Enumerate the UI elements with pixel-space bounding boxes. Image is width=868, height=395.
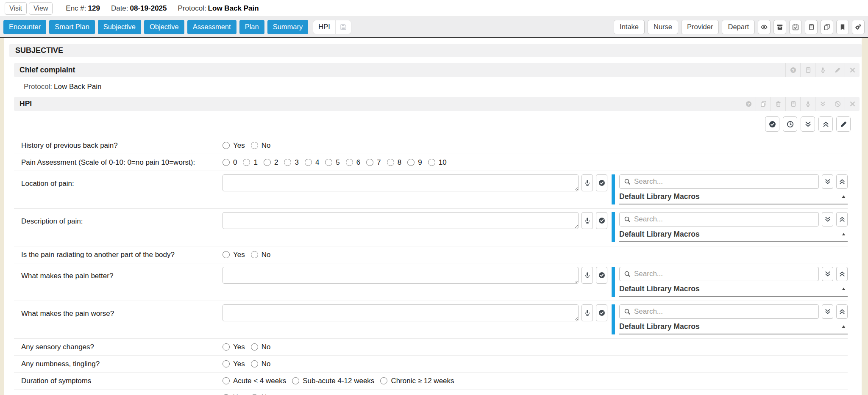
radio-option[interactable]: Yes: [223, 343, 245, 351]
radio-button[interactable]: [251, 251, 258, 258]
radio-option[interactable]: 3: [284, 158, 298, 167]
radio-option[interactable]: 5: [325, 158, 339, 167]
microphone-icon[interactable]: [581, 212, 593, 229]
radio-button[interactable]: [284, 159, 291, 166]
radio-button[interactable]: [243, 159, 250, 166]
radio-button[interactable]: [366, 159, 373, 166]
answer-textarea[interactable]: [223, 174, 579, 191]
view-button[interactable]: View: [29, 2, 53, 15]
bookmark-icon[interactable]: [836, 20, 849, 34]
radio-button[interactable]: [346, 159, 353, 166]
radio-option[interactable]: 7: [366, 158, 381, 167]
answer-textarea[interactable]: [223, 267, 579, 284]
answer-textarea[interactable]: [223, 304, 579, 321]
radio-option[interactable]: Acute < 4 weeks: [223, 377, 286, 385]
pencil-icon[interactable]: [830, 63, 845, 77]
expand-all-icon[interactable]: [822, 304, 833, 319]
edit-icon[interactable]: [836, 116, 851, 132]
check-circle-icon[interactable]: [596, 212, 607, 229]
radio-button[interactable]: [387, 159, 394, 166]
answer-textarea[interactable]: [223, 212, 579, 229]
collapse-icon[interactable]: [815, 97, 830, 111]
gears-icon[interactable]: [852, 20, 865, 34]
stage-button[interactable]: Provider: [681, 20, 719, 34]
microphone-icon[interactable]: [581, 174, 593, 191]
radio-button[interactable]: [223, 142, 230, 149]
expand-all-icon[interactable]: [822, 267, 833, 281]
macro-search-input[interactable]: [634, 177, 814, 186]
radio-button[interactable]: [292, 377, 299, 384]
visit-button[interactable]: Visit: [5, 2, 27, 15]
book-icon[interactable]: [805, 20, 818, 34]
microphone-icon[interactable]: [581, 267, 593, 284]
macro-search-input[interactable]: [634, 215, 814, 224]
radio-option[interactable]: 9: [407, 158, 422, 167]
radio-option[interactable]: No: [251, 141, 271, 150]
copy-icon[interactable]: [821, 20, 833, 34]
nav-button[interactable]: Plan: [239, 20, 264, 34]
radio-option[interactable]: Chronic ≥ 12 weeks: [380, 377, 454, 385]
radio-option[interactable]: No: [251, 393, 271, 395]
expand-all-icon[interactable]: [801, 116, 815, 132]
macro-search-box[interactable]: [619, 267, 819, 281]
collapse-all-icon[interactable]: [836, 174, 848, 189]
radio-option[interactable]: No: [251, 360, 271, 368]
macro-library-header[interactable]: Default Library Macros: [619, 284, 848, 297]
radio-option[interactable]: Yes: [223, 141, 245, 150]
active-tab-hpi[interactable]: HPI: [313, 20, 351, 34]
macro-library-header[interactable]: Default Library Macros: [619, 321, 848, 334]
collapse-all-icon[interactable]: [818, 116, 833, 132]
radio-button[interactable]: [223, 159, 230, 166]
radio-button[interactable]: [223, 343, 230, 351]
close-icon[interactable]: [845, 97, 860, 111]
check-circle-icon[interactable]: [596, 174, 607, 191]
calendar-check-icon[interactable]: [789, 20, 802, 34]
radio-button[interactable]: [251, 343, 258, 351]
clock-icon[interactable]: [783, 116, 797, 132]
nav-button[interactable]: Summary: [267, 20, 309, 34]
expand-all-icon[interactable]: [822, 212, 833, 227]
radio-button[interactable]: [223, 360, 230, 367]
radio-option[interactable]: 4: [305, 158, 319, 167]
ban-icon[interactable]: [830, 97, 845, 111]
stage-button[interactable]: Nurse: [648, 20, 678, 34]
radio-button[interactable]: [407, 159, 415, 166]
nav-button[interactable]: Encounter: [3, 20, 46, 34]
stage-button[interactable]: Depart: [722, 20, 755, 34]
stage-button[interactable]: Intake: [614, 20, 645, 34]
microphone-icon[interactable]: [581, 304, 593, 321]
trash-icon[interactable]: [771, 97, 785, 111]
macro-search-input[interactable]: [634, 270, 814, 278]
nav-button[interactable]: Objective: [144, 20, 184, 34]
radio-button[interactable]: [251, 142, 258, 149]
macro-search-input[interactable]: [634, 307, 814, 316]
book-icon[interactable]: [800, 63, 815, 77]
check-circle-icon[interactable]: [596, 304, 607, 321]
radio-option[interactable]: Yes: [223, 393, 245, 395]
radio-button[interactable]: [223, 377, 230, 384]
check-circle-icon[interactable]: [596, 267, 607, 284]
collapse-all-icon[interactable]: [836, 212, 848, 227]
macro-library-header[interactable]: Default Library Macros: [619, 191, 848, 204]
radio-button[interactable]: [264, 159, 271, 166]
radio-option[interactable]: 1: [243, 158, 257, 167]
radio-option[interactable]: 0: [223, 158, 237, 167]
radio-button[interactable]: [305, 159, 312, 166]
radio-option[interactable]: Yes: [223, 251, 245, 259]
radio-button[interactable]: [380, 377, 387, 384]
nav-button[interactable]: Subjective: [98, 20, 141, 34]
radio-button[interactable]: [251, 360, 258, 367]
book-icon[interactable]: [785, 97, 800, 111]
radio-option[interactable]: No: [251, 343, 271, 351]
radio-button[interactable]: [325, 159, 332, 166]
radio-button[interactable]: [223, 251, 230, 258]
question-icon[interactable]: [741, 97, 756, 111]
radio-option[interactable]: Sub-acute 4-12 weeks: [292, 377, 374, 385]
radio-option[interactable]: 8: [387, 158, 401, 167]
radio-option[interactable]: 6: [346, 158, 360, 167]
collapse-all-icon[interactable]: [836, 304, 848, 319]
radio-option[interactable]: 10: [428, 158, 447, 167]
nav-button[interactable]: Smart Plan: [49, 20, 95, 34]
close-icon[interactable]: [845, 63, 860, 77]
check-circle-icon[interactable]: [765, 116, 779, 132]
